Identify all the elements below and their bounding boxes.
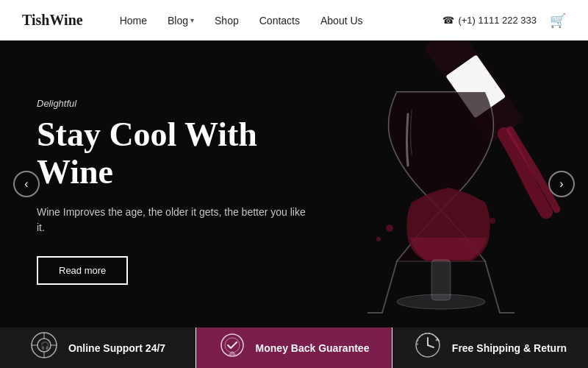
feature-support-label: Online Support 24/7 [68, 342, 165, 354]
svg-point-7 [490, 218, 495, 224]
support-icon: 🎧 [30, 331, 58, 364]
nav-item-shop[interactable]: Shop [215, 14, 239, 27]
navbar: TishWine Home Blog ▾ Shop Contacts About… [0, 0, 588, 40]
nav-link-shop[interactable]: Shop [215, 15, 239, 26]
hero-tagline: Delightful [37, 98, 309, 109]
next-slide-button[interactable]: › [548, 171, 575, 197]
guarantee-icon [219, 332, 245, 364]
svg-point-6 [386, 224, 393, 232]
feature-guarantee-label: Money Back Guarantee [256, 342, 370, 354]
phone-text: (+1) 1111 222 333 [458, 15, 537, 26]
phone-number: ☎ (+1) 1111 222 333 [442, 15, 537, 26]
nav-menu: Home Blog ▾ Shop Contacts About Us [120, 14, 363, 27]
shipping-icon [414, 331, 442, 364]
svg-point-5 [397, 294, 485, 309]
chevron-down-icon: ▾ [190, 16, 194, 24]
feature-support: 🎧 Online Support 24/7 [0, 328, 196, 368]
read-more-button[interactable]: Read more [37, 256, 128, 285]
cart-icon[interactable]: 🛒 [550, 13, 566, 29]
arrow-right-icon: › [559, 177, 563, 191]
hero-subtitle: Wine Improves the age, the older it gets… [37, 205, 309, 236]
nav-item-blog[interactable]: Blog ▾ [168, 15, 194, 26]
svg-point-8 [376, 237, 381, 241]
prev-slide-button[interactable]: ‹ [13, 171, 40, 197]
arrow-left-icon: ‹ [24, 177, 28, 191]
feature-guarantee: Money Back Guarantee [196, 328, 392, 368]
brand-logo[interactable]: TishWine [22, 12, 83, 29]
nav-link-about[interactable]: About Us [320, 15, 363, 26]
features-bar: 🎧 Online Support 24/7 Money Back Guarant… [0, 328, 588, 368]
nav-link-blog[interactable]: Blog [168, 15, 188, 26]
navbar-right: ☎ (+1) 1111 222 333 🛒 [442, 13, 566, 29]
wine-illustration [265, 40, 588, 328]
svg-line-20 [428, 345, 434, 347]
hero-image [265, 40, 588, 328]
hero-section: Delightful Stay Cool With Wine Wine Impr… [0, 40, 588, 328]
hero-title: Stay Cool With Wine [37, 116, 309, 191]
nav-item-contacts[interactable]: Contacts [259, 14, 300, 27]
feature-shipping: Free Shipping & Return [392, 328, 588, 368]
phone-icon: ☎ [442, 15, 454, 26]
hero-content: Delightful Stay Cool With Wine Wine Impr… [0, 83, 309, 284]
nav-item-home[interactable]: Home [120, 14, 147, 27]
nav-item-about[interactable]: About Us [320, 14, 363, 27]
nav-link-contacts[interactable]: Contacts [259, 15, 300, 26]
svg-text:🎧: 🎧 [40, 341, 50, 350]
nav-link-home[interactable]: Home [120, 15, 147, 26]
feature-shipping-label: Free Shipping & Return [452, 342, 567, 354]
